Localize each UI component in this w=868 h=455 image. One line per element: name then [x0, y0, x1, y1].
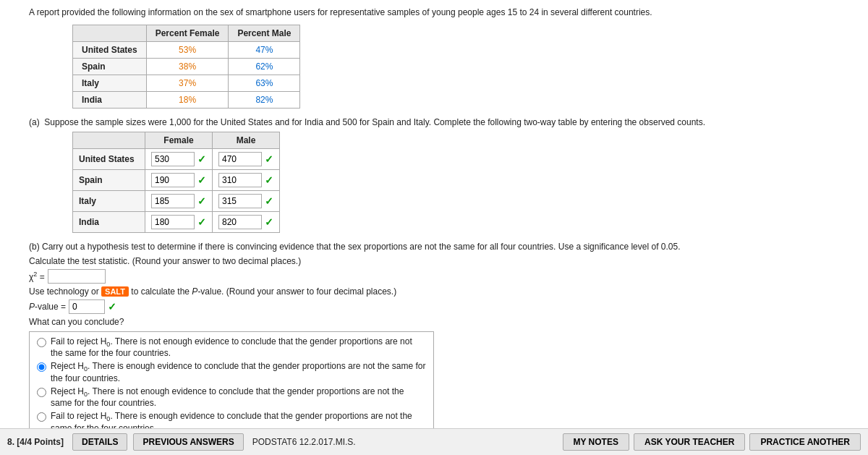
- counts-row: Italy ✓ ✓: [73, 191, 280, 212]
- male-check: ✓: [265, 174, 273, 186]
- conclude-option[interactable]: Reject H0. There is enough evidence to c…: [37, 361, 426, 383]
- counts-table: Female Male United States ✓ ✓ Spain ✓: [72, 132, 280, 233]
- conclude-option-text: Fail to reject H0. There is not enough e…: [51, 336, 426, 358]
- country-label: Italy: [73, 191, 145, 212]
- female-count-cell: ✓: [145, 170, 213, 191]
- pvalue-label: P-value =: [29, 302, 66, 312]
- details-button[interactable]: DETAILS: [72, 433, 127, 451]
- male-pct-cell: 62%: [229, 59, 300, 75]
- chi-label: Calculate the test statistic. (Round you…: [29, 256, 839, 266]
- counts-col-female: Female: [145, 132, 213, 149]
- male-count-input[interactable]: [218, 215, 262, 229]
- country-label: India: [73, 212, 145, 233]
- country-cell: United States: [73, 42, 147, 59]
- chi-symbol: χ2 =: [29, 271, 45, 282]
- table-row: Spain 38% 62%: [73, 59, 300, 75]
- female-check: ✓: [197, 195, 206, 207]
- female-count-input[interactable]: [151, 215, 195, 229]
- part-a-description: Suppose the sample sizes were 1,000 for …: [44, 117, 705, 127]
- col-percent-female: Percent Female: [146, 25, 229, 42]
- footer-points: 8. [4/4 Points]: [7, 437, 64, 447]
- conclude-radio[interactable]: [37, 412, 46, 422]
- male-count-input[interactable]: [218, 173, 262, 187]
- counts-col-male: Male: [213, 132, 280, 149]
- part-a-text: (a) Suppose the sample sizes were 1,000 …: [29, 117, 839, 127]
- female-check: ✓: [197, 153, 206, 165]
- female-count-cell: ✓: [145, 191, 213, 212]
- male-count-cell: ✓: [213, 212, 280, 233]
- male-count-input[interactable]: [218, 194, 262, 208]
- part-a-label: (a): [29, 117, 40, 127]
- male-pct-cell: 47%: [229, 42, 300, 59]
- counts-row: Spain ✓ ✓: [73, 170, 280, 191]
- col-country: [73, 25, 147, 42]
- male-count-cell: ✓: [213, 170, 280, 191]
- conclude-option-text: Reject H0. There is enough evidence to c…: [51, 361, 426, 383]
- footer-right: MY NOTES ASK YOUR TEACHER PRACTICE ANOTH…: [563, 433, 861, 451]
- previous-answers-button[interactable]: PREVIOUS ANSWERS: [133, 433, 243, 451]
- female-count-input[interactable]: [151, 173, 195, 187]
- chi-row: χ2 =: [29, 269, 839, 284]
- pvalue-input[interactable]: [69, 299, 105, 314]
- female-pct-cell: 53%: [146, 42, 229, 59]
- country-label: Spain: [73, 170, 145, 191]
- col-percent-male: Percent Male: [229, 25, 300, 42]
- female-check: ✓: [197, 216, 206, 228]
- male-count-cell: ✓: [213, 191, 280, 212]
- conclude-radio[interactable]: [37, 362, 46, 372]
- male-count-input[interactable]: [218, 152, 262, 166]
- female-pct-cell: 37%: [146, 75, 229, 92]
- table-row: Italy 37% 63%: [73, 75, 300, 92]
- male-pct-cell: 63%: [229, 75, 300, 92]
- country-cell: Spain: [73, 59, 147, 75]
- my-notes-button[interactable]: MY NOTES: [563, 433, 629, 451]
- part-b: (b) Carry out a hypothesis test to deter…: [29, 242, 839, 455]
- country-cell: Italy: [73, 75, 147, 92]
- male-count-cell: ✓: [213, 149, 280, 170]
- female-pct-cell: 38%: [146, 59, 229, 75]
- footer: 8. [4/4 Points] DETAILS PREVIOUS ANSWERS…: [0, 428, 868, 455]
- practice-another-button[interactable]: PRACTICE ANOTHER: [749, 433, 861, 451]
- conclude-box: Fail to reject H0. There is not enough e…: [29, 331, 434, 441]
- male-check: ✓: [265, 195, 273, 207]
- pvalue-check: ✓: [108, 301, 116, 312]
- conclude-radio[interactable]: [37, 388, 46, 397]
- female-count-cell: ✓: [145, 212, 213, 233]
- chi-input[interactable]: [48, 269, 106, 284]
- female-pct-cell: 18%: [146, 92, 229, 109]
- conclude-option-text: Reject H0. There is not enough evidence …: [51, 386, 426, 408]
- conclude-option[interactable]: Fail to reject H0. There is not enough e…: [37, 336, 426, 358]
- part-b-label: (b) Carry out a hypothesis test to deter…: [29, 242, 839, 252]
- ask-teacher-button[interactable]: ASK YOUR TEACHER: [634, 433, 745, 451]
- table-row: United States 53% 47%: [73, 42, 300, 59]
- female-count-input[interactable]: [151, 152, 195, 166]
- pvalue-row: P-value = ✓: [29, 299, 839, 314]
- male-check: ✓: [265, 153, 273, 165]
- country-cell: India: [73, 92, 147, 109]
- conclude-option[interactable]: Reject H0. There is not enough evidence …: [37, 386, 426, 408]
- male-check: ✓: [265, 216, 273, 228]
- footer-code: PODSTAT6 12.2.017.MI.S.: [252, 437, 356, 447]
- counts-row: United States ✓ ✓: [73, 149, 280, 170]
- male-pct-cell: 82%: [229, 92, 300, 109]
- conclude-radio[interactable]: [37, 338, 46, 347]
- conclude-label: What can you conclude?: [29, 317, 839, 327]
- female-count-input[interactable]: [151, 194, 195, 208]
- intro-text: A report provided the following informat…: [29, 7, 839, 17]
- country-label: United States: [73, 149, 145, 170]
- counts-row: India ✓ ✓: [73, 212, 280, 233]
- female-count-cell: ✓: [145, 149, 213, 170]
- pvalue-instruction: Use technology or SALT to calculate the …: [29, 286, 839, 297]
- female-check: ✓: [197, 174, 206, 186]
- data-table: Percent Female Percent Male United State…: [72, 25, 300, 109]
- counts-col-country: [73, 132, 145, 149]
- salt-badge[interactable]: SALT: [101, 286, 129, 297]
- table-row: India 18% 82%: [73, 92, 300, 109]
